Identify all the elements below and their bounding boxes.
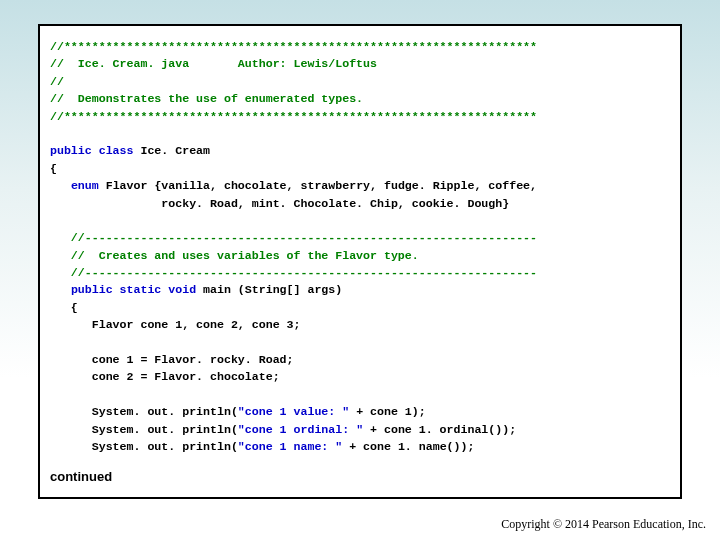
keyword: public static void (71, 283, 196, 296)
string-literal: "cone 1 name: " (238, 440, 342, 453)
keyword: enum (71, 179, 99, 192)
comment-line: // Ice. Cream. java Author: Lewis/Loftus (50, 57, 377, 70)
comment-line: //**************************************… (50, 110, 537, 123)
comment-line: // Creates and uses variables of the Fla… (50, 249, 419, 262)
brace: { (50, 301, 78, 314)
stmt: cone 2 = Flavor. chocolate; (50, 370, 280, 383)
comment-line: //--------------------------------------… (50, 231, 537, 244)
continued-label: continued (50, 467, 674, 487)
stmt: Flavor cone 1, cone 2, cone 3; (50, 318, 300, 331)
stmt: System. out. println( (50, 423, 238, 436)
stmt: + cone 1. ordinal()); (363, 423, 516, 436)
string-literal: "cone 1 ordinal: " (238, 423, 363, 436)
comment-line: //**************************************… (50, 40, 537, 53)
method-sig: main (String[] args) (196, 283, 342, 296)
string-literal: "cone 1 value: " (238, 405, 349, 418)
stmt: + cone 1. name()); (342, 440, 474, 453)
brace: { (50, 162, 57, 175)
comment-line: // Demonstrates the use of enumerated ty… (50, 92, 363, 105)
keyword: public class (50, 144, 134, 157)
code-listing: //**************************************… (38, 24, 682, 499)
stmt: System. out. println( (50, 405, 238, 418)
enum-decl-2: rocky. Road, mint. Chocolate. Chip, cook… (50, 197, 509, 210)
code-pre: //**************************************… (50, 38, 674, 455)
enum-decl: Flavor {vanilla, chocolate, strawberry, … (99, 179, 537, 192)
class-name: Ice. Cream (134, 144, 211, 157)
copyright-notice: Copyright © 2014 Pearson Education, Inc. (501, 517, 706, 532)
stmt: cone 1 = Flavor. rocky. Road; (50, 353, 294, 366)
stmt: System. out. println( (50, 440, 238, 453)
comment-line: // (50, 75, 64, 88)
stmt: + cone 1); (349, 405, 426, 418)
comment-line: //--------------------------------------… (50, 266, 537, 279)
